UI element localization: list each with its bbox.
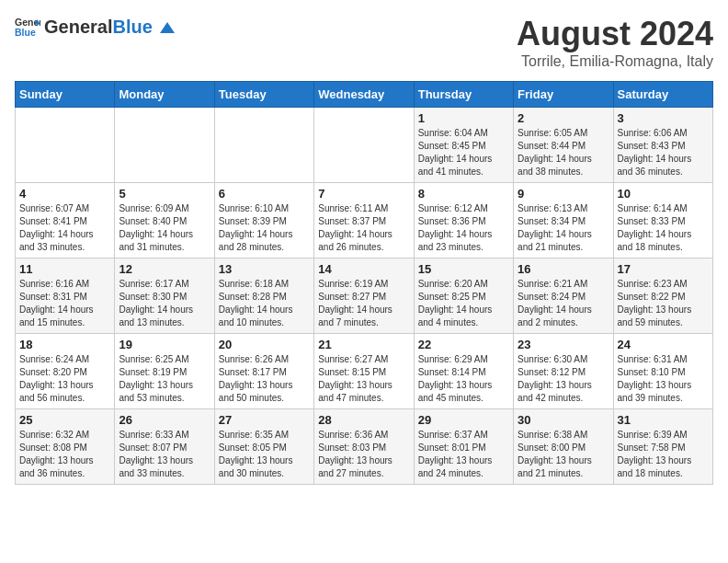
week-row-1: 1Sunrise: 6:04 AMSunset: 8:45 PMDaylight… — [16, 108, 713, 183]
daylight-4: Daylight: 14 hours and 33 minutes. — [19, 229, 94, 252]
daylight-24: Daylight: 13 hours and 39 minutes. — [618, 380, 692, 403]
daylight-15: Daylight: 14 hours and 4 minutes. — [418, 304, 493, 327]
daylight-22: Daylight: 13 hours and 45 minutes. — [418, 380, 493, 403]
day-number-20: 20 — [219, 338, 310, 351]
sunrise-23: Sunrise: 6:30 AM — [518, 354, 587, 364]
day-number-17: 17 — [618, 262, 709, 276]
day-info-9: Sunrise: 6:13 AMSunset: 8:34 PMDaylight:… — [518, 202, 609, 254]
cell-w5-d4: 28Sunrise: 6:36 AMSunset: 8:03 PMDayligh… — [314, 409, 414, 485]
sunset-9: Sunset: 8:34 PM — [518, 216, 586, 226]
sunrise-4: Sunrise: 6:07 AM — [19, 203, 89, 213]
sunset-19: Sunset: 8:19 PM — [119, 367, 187, 377]
sunset-11: Sunset: 8:31 PM — [19, 292, 87, 302]
cell-w4-d2: 19Sunrise: 6:25 AMSunset: 8:19 PMDayligh… — [115, 334, 214, 409]
sunrise-31: Sunrise: 6:39 AM — [618, 430, 688, 440]
cell-w5-d7: 31Sunrise: 6:39 AMSunset: 7:58 PMDayligh… — [613, 409, 712, 485]
logo: General Blue GeneralBlue — [15, 15, 176, 40]
sunset-13: Sunset: 8:28 PM — [219, 292, 287, 302]
sunrise-8: Sunrise: 6:12 AM — [418, 203, 488, 213]
day-info-13: Sunrise: 6:18 AMSunset: 8:28 PMDaylight:… — [219, 278, 310, 329]
cell-w4-d4: 21Sunrise: 6:27 AMSunset: 8:15 PMDayligh… — [314, 334, 414, 409]
daylight-27: Daylight: 13 hours and 30 minutes. — [219, 455, 293, 478]
day-number-15: 15 — [418, 262, 509, 276]
cell-w1-d1 — [16, 108, 115, 183]
week-row-3: 11Sunrise: 6:16 AMSunset: 8:31 PMDayligh… — [16, 259, 713, 334]
sunrise-22: Sunrise: 6:29 AM — [418, 354, 488, 364]
sunrise-15: Sunrise: 6:20 AM — [418, 279, 488, 289]
sunrise-27: Sunrise: 6:35 AM — [219, 430, 289, 440]
day-info-31: Sunrise: 6:39 AMSunset: 7:58 PMDaylight:… — [618, 429, 709, 480]
cell-w3-d3: 13Sunrise: 6:18 AMSunset: 8:28 PMDayligh… — [214, 259, 313, 334]
sunrise-19: Sunrise: 6:25 AM — [119, 354, 188, 364]
day-number-26: 26 — [119, 413, 210, 427]
cell-w3-d5: 15Sunrise: 6:20 AMSunset: 8:25 PMDayligh… — [414, 259, 513, 334]
sunrise-17: Sunrise: 6:23 AM — [618, 279, 688, 289]
sunrise-18: Sunrise: 6:24 AM — [19, 354, 89, 364]
day-number-11: 11 — [19, 262, 110, 276]
col-tuesday: Tuesday — [214, 82, 313, 108]
daylight-16: Daylight: 14 hours and 2 minutes. — [518, 304, 592, 327]
sunrise-3: Sunrise: 6:06 AM — [618, 128, 688, 138]
day-info-11: Sunrise: 6:16 AMSunset: 8:31 PMDaylight:… — [19, 278, 110, 329]
cell-w2-d2: 5Sunrise: 6:09 AMSunset: 8:40 PMDaylight… — [115, 183, 214, 259]
daylight-17: Daylight: 13 hours and 59 minutes. — [618, 304, 692, 327]
sunset-26: Sunset: 8:07 PM — [119, 442, 187, 453]
sunset-18: Sunset: 8:20 PM — [19, 367, 87, 377]
sunset-10: Sunset: 8:33 PM — [618, 216, 686, 226]
daylight-6: Daylight: 14 hours and 28 minutes. — [219, 229, 293, 252]
sunrise-11: Sunrise: 6:16 AM — [19, 279, 89, 289]
sunset-12: Sunset: 8:30 PM — [119, 292, 187, 302]
sunset-17: Sunset: 8:22 PM — [618, 292, 686, 302]
daylight-25: Daylight: 13 hours and 36 minutes. — [19, 455, 94, 478]
sunset-5: Sunset: 8:40 PM — [119, 216, 187, 226]
sunset-30: Sunset: 8:00 PM — [518, 442, 586, 453]
day-info-22: Sunrise: 6:29 AMSunset: 8:14 PMDaylight:… — [418, 353, 509, 405]
header-row: Sunday Monday Tuesday Wednesday Thursday… — [16, 82, 713, 108]
day-number-5: 5 — [119, 187, 210, 201]
daylight-19: Daylight: 13 hours and 53 minutes. — [119, 380, 193, 403]
sunrise-16: Sunrise: 6:21 AM — [518, 279, 587, 289]
cell-w4-d6: 23Sunrise: 6:30 AMSunset: 8:12 PMDayligh… — [514, 334, 613, 409]
daylight-10: Daylight: 14 hours and 18 minutes. — [618, 229, 692, 252]
day-info-26: Sunrise: 6:33 AMSunset: 8:07 PMDaylight:… — [119, 429, 210, 480]
day-info-1: Sunrise: 6:04 AMSunset: 8:45 PMDaylight:… — [418, 127, 509, 178]
sunset-20: Sunset: 8:17 PM — [219, 367, 287, 377]
sunrise-7: Sunrise: 6:11 AM — [318, 203, 388, 213]
daylight-2: Daylight: 14 hours and 38 minutes. — [518, 154, 592, 177]
day-info-29: Sunrise: 6:37 AMSunset: 8:01 PMDaylight:… — [418, 429, 509, 480]
sunrise-20: Sunrise: 6:26 AM — [219, 354, 289, 364]
day-number-23: 23 — [518, 338, 609, 351]
col-monday: Monday — [115, 82, 214, 108]
day-number-12: 12 — [119, 262, 210, 276]
svg-marker-3 — [160, 22, 175, 33]
cell-w2-d6: 9Sunrise: 6:13 AMSunset: 8:34 PMDaylight… — [514, 183, 613, 259]
logo-text: GeneralBlue — [44, 17, 176, 39]
week-row-5: 25Sunrise: 6:32 AMSunset: 8:08 PMDayligh… — [16, 409, 713, 485]
cell-w4-d3: 20Sunrise: 6:26 AMSunset: 8:17 PMDayligh… — [214, 334, 313, 409]
col-thursday: Thursday — [414, 82, 513, 108]
cell-w3-d2: 12Sunrise: 6:17 AMSunset: 8:30 PMDayligh… — [115, 259, 214, 334]
day-info-17: Sunrise: 6:23 AMSunset: 8:22 PMDaylight:… — [618, 278, 709, 329]
daylight-30: Daylight: 13 hours and 21 minutes. — [518, 455, 592, 478]
cell-w1-d4 — [314, 108, 414, 183]
cell-w4-d5: 22Sunrise: 6:29 AMSunset: 8:14 PMDayligh… — [414, 334, 513, 409]
sunset-3: Sunset: 8:43 PM — [618, 141, 686, 151]
sunrise-12: Sunrise: 6:17 AM — [119, 279, 188, 289]
cell-w3-d4: 14Sunrise: 6:19 AMSunset: 8:27 PMDayligh… — [314, 259, 414, 334]
cell-w1-d3 — [214, 108, 313, 183]
day-number-4: 4 — [19, 187, 110, 201]
day-number-16: 16 — [518, 262, 609, 276]
main-title: August 2024 — [517, 15, 713, 53]
sunrise-2: Sunrise: 6:05 AM — [518, 128, 587, 138]
sunrise-25: Sunrise: 6:32 AM — [19, 430, 89, 440]
sunrise-29: Sunrise: 6:37 AM — [418, 430, 488, 440]
sunset-28: Sunset: 8:03 PM — [318, 442, 386, 453]
daylight-18: Daylight: 13 hours and 56 minutes. — [19, 380, 94, 403]
sunset-25: Sunset: 8:08 PM — [19, 442, 87, 453]
cell-w2-d4: 7Sunrise: 6:11 AMSunset: 8:37 PMDaylight… — [314, 183, 414, 259]
daylight-21: Daylight: 13 hours and 47 minutes. — [318, 380, 392, 403]
day-number-22: 22 — [418, 338, 509, 351]
day-number-1: 1 — [418, 111, 509, 125]
cell-w5-d5: 29Sunrise: 6:37 AMSunset: 8:01 PMDayligh… — [414, 409, 513, 485]
daylight-31: Daylight: 13 hours and 18 minutes. — [618, 455, 692, 478]
